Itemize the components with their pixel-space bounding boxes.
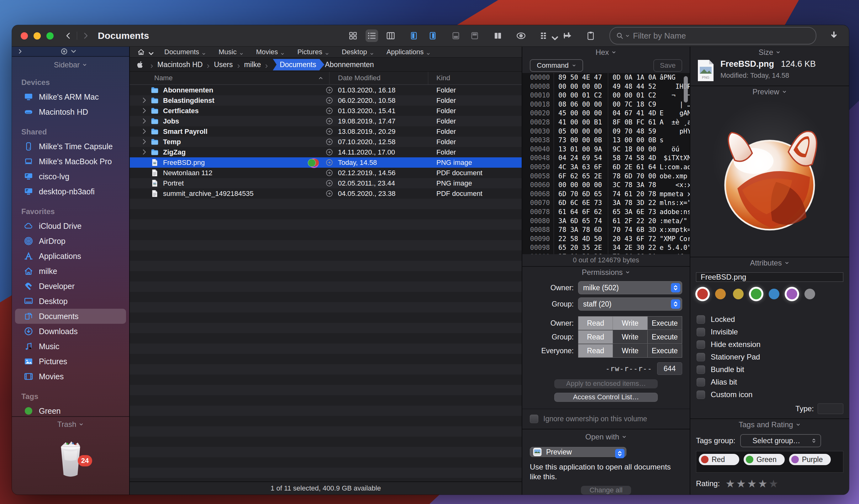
- sidebar-header[interactable]: Sidebar: [12, 57, 129, 71]
- ignore-ownership-checkbox[interactable]: [530, 415, 538, 423]
- sidebar-item-pictures[interactable]: Pictures: [15, 354, 126, 369]
- sidebar-item-applications[interactable]: Applications: [15, 248, 126, 264]
- sidebar-item-desktop-nb3aofi[interactable]: desktop-nb3aofi: [15, 184, 126, 199]
- hex-row[interactable]: 0001000 00 01 C200 00 01 C2 ¬ ¬: [522, 91, 690, 100]
- checkbox-hide-extension[interactable]: [697, 340, 705, 349]
- breadcrumb-segment-documents[interactable]: Documents: [273, 59, 324, 71]
- hex-row[interactable]: 000686D 70 6D 6574 61 20 78mpmeta x: [522, 189, 690, 199]
- hex-row[interactable]: 000586F 62 65 2E78 6D 70 00obe.xmp: [522, 172, 690, 181]
- open-with-popup[interactable]: Preview: [530, 447, 627, 457]
- sidebar-item-green[interactable]: Green: [15, 403, 126, 416]
- preview-eye-button[interactable]: [515, 29, 527, 42]
- dual-pane-left-button[interactable]: [408, 29, 420, 42]
- file-row[interactable]: Belastingdienst06.02.2020., 10.58Folder: [130, 95, 522, 106]
- tag-color-orange[interactable]: [715, 289, 726, 299]
- hex-row[interactable]: 0001808 06 00 0000 7C 18 C9 | …: [522, 100, 690, 109]
- disclosure-triangle-icon[interactable]: [140, 127, 148, 135]
- file-row[interactable]: Jobs19.08.2019., 17.47Folder: [130, 116, 522, 126]
- hex-row[interactable]: 0007861 64 6F 6265 3A 6E 73adobe:ns: [522, 208, 690, 217]
- hex-row[interactable]: 0003005 00 00 0009 70 48 59 pHY: [522, 127, 690, 136]
- close-button[interactable]: [21, 32, 28, 40]
- path-menu-music[interactable]: Music: [218, 48, 243, 56]
- file-row[interactable]: Abonnementen01.03.2020., 16.18Folder: [130, 85, 522, 95]
- permission-everyone-read[interactable]: Read: [578, 344, 613, 357]
- minimize-button[interactable]: [33, 32, 41, 40]
- download-arrow-button[interactable]: [828, 29, 840, 42]
- hex-row[interactable]: 0006000 00 00 003C 78 3A 78 <x:x: [522, 181, 690, 189]
- go-to-arrow-icon[interactable]: [326, 127, 333, 135]
- go-to-arrow-icon[interactable]: [326, 189, 333, 197]
- permission-everyone-write[interactable]: Write: [613, 344, 647, 357]
- size-header[interactable]: Size: [690, 47, 849, 58]
- tag-color-green[interactable]: [751, 289, 762, 299]
- go-to-arrow-icon[interactable]: [326, 96, 333, 104]
- permission-owner-write[interactable]: Write: [613, 317, 647, 330]
- go-to-arrow-icon[interactable]: [326, 86, 333, 94]
- sidebar-item-macintosh-hd[interactable]: Macintosh HD: [15, 104, 126, 119]
- permission-group-execute[interactable]: Execute: [648, 330, 682, 343]
- bottom-pane-button[interactable]: [450, 29, 462, 42]
- hex-row[interactable]: 0009865 20 35 2E34 2E 30 22e 5.4.0": [522, 243, 690, 252]
- checkbox-alias-bit[interactable]: [697, 378, 705, 386]
- home-menu[interactable]: [137, 48, 152, 56]
- icons-view-button[interactable]: [347, 29, 359, 42]
- checkbox-stationery-pad[interactable]: [697, 353, 705, 362]
- column-name[interactable]: Name: [154, 72, 173, 84]
- permission-everyone-execute[interactable]: Execute: [648, 344, 682, 357]
- tag-color-yellow[interactable]: [733, 289, 744, 299]
- file-row[interactable]: Portret02.05.2011., 23.44PNG image: [130, 178, 522, 188]
- breadcrumb-segment-users[interactable]: Users: [214, 61, 232, 69]
- clipboard-button[interactable]: [584, 29, 597, 42]
- disclosure-triangle-icon[interactable]: [140, 117, 148, 125]
- hex-row[interactable]: 0002045 00 00 0004 67 41 4DE gAM: [522, 109, 690, 118]
- disclosure-triangle-icon[interactable]: [140, 107, 148, 114]
- hex-header[interactable]: Hex: [522, 47, 690, 58]
- hex-row[interactable]: 0000089 50 4E 470D 0A 1A 0AâPNG: [522, 73, 690, 82]
- go-to-arrow-icon[interactable]: [326, 117, 333, 125]
- tag-color-red[interactable]: [697, 289, 708, 299]
- sidebar-item-developer[interactable]: Developer: [15, 279, 126, 294]
- split-view-button[interactable]: [492, 29, 504, 42]
- command-dropdown[interactable]: Command: [530, 59, 583, 72]
- hex-row[interactable]: 0009022 58 4D 5020 43 6F 72"XMP Cor: [522, 234, 690, 244]
- checkbox-locked[interactable]: [697, 315, 705, 324]
- checkbox-custom-icon[interactable]: [697, 391, 705, 399]
- path-menu-movies[interactable]: Movies: [256, 48, 285, 56]
- owner-popup[interactable]: milke (502): [578, 281, 682, 294]
- zoom-button[interactable]: [46, 32, 54, 40]
- filter-field[interactable]: [609, 27, 816, 45]
- group-popup[interactable]: staff (20): [578, 297, 682, 310]
- go-to-arrow-icon[interactable]: [326, 158, 333, 166]
- tag-color-gray[interactable]: [804, 289, 815, 299]
- list-view-button[interactable]: [365, 29, 378, 42]
- tag-pill-red[interactable]: Red: [699, 454, 739, 465]
- go-to-arrow-icon[interactable]: [326, 107, 333, 115]
- preview-header[interactable]: Preview: [690, 86, 849, 97]
- path-menu-applications[interactable]: Applications: [387, 48, 431, 56]
- tag-color-blue[interactable]: [769, 289, 779, 299]
- file-row[interactable]: ZigZag14.11.2020., 17.00Folder: [130, 147, 522, 157]
- rating-star-3[interactable]: ★: [747, 478, 758, 490]
- hex-row[interactable]: 000803A 6D 65 7461 2F 22 20:meta/": [522, 217, 690, 226]
- file-row[interactable]: FreeBSD.pngToday, 14.58PNG image: [130, 157, 522, 168]
- hex-dump[interactable]: 0000089 50 4E 470D 0A 1A 0AâPNG 0000800 …: [522, 73, 690, 254]
- sidebar-item-milke[interactable]: milke: [15, 264, 126, 279]
- rating-stars[interactable]: ★★★★★: [725, 479, 779, 488]
- go-to-arrow-icon[interactable]: [326, 148, 333, 156]
- filter-input[interactable]: [632, 31, 810, 41]
- attributes-header[interactable]: Attributes: [690, 257, 849, 269]
- hex-row[interactable]: 0000800 00 00 0D49 48 44 52 IHDR: [522, 82, 690, 91]
- forward-button[interactable]: [81, 32, 90, 40]
- sidebar-item-downloads[interactable]: Downloads: [15, 324, 126, 339]
- hex-row[interactable]: 000504C 3A 63 6F6D 2E 61 64L:com.ad: [522, 163, 690, 172]
- hex-row[interactable]: 000706D 6C 6E 733A 78 3D 22mlns:x=": [522, 198, 690, 208]
- hex-row[interactable]: 0004804 24 69 5458 74 58 4D $iTXtXM: [522, 154, 690, 163]
- rating-star-4[interactable]: ★: [758, 478, 769, 490]
- top-pane-button[interactable]: [468, 29, 481, 42]
- hex-scrollbar-thumb[interactable]: [684, 76, 688, 103]
- disclosure-triangle-icon[interactable]: [140, 96, 148, 104]
- tag-pill-purple[interactable]: Purple: [789, 454, 831, 465]
- filename-field[interactable]: FreeBSD.png: [696, 272, 843, 282]
- rating-star-5[interactable]: ★: [769, 478, 779, 490]
- change-all-button[interactable]: Change all: [581, 486, 631, 494]
